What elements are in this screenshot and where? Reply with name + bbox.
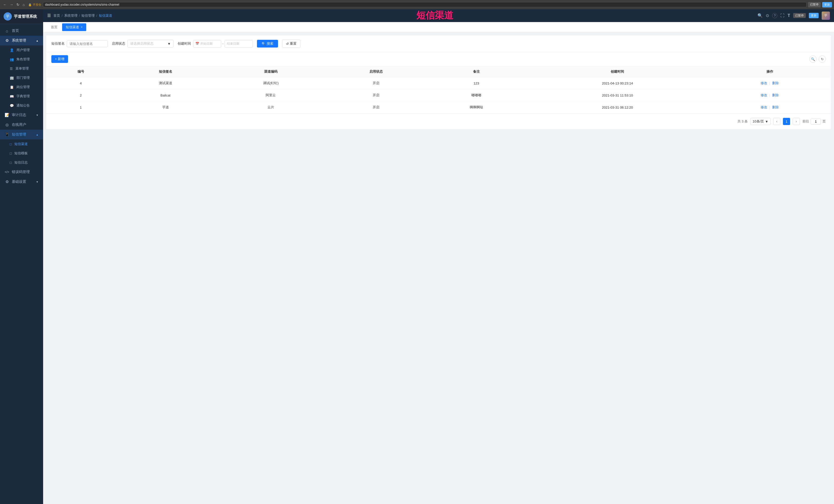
sms-icon: 📱 <box>5 132 9 137</box>
sidebar-item-sms[interactable]: 📱 短信管理 ▲ <box>0 130 43 139</box>
sidebar-label-home: 首页 <box>12 28 19 33</box>
sidebar-item-error-code[interactable]: </> 错误码管理 <box>0 167 43 177</box>
avatar[interactable]: 芋 <box>822 12 830 20</box>
update-button[interactable]: 更新 <box>822 2 832 7</box>
fullscreen-icon[interactable]: ⛶ <box>780 13 785 18</box>
sidebar-item-dictionary[interactable]: 📖 字典管理 <box>0 92 43 101</box>
tab-sms-channel-label: 短信渠道 <box>66 25 79 29</box>
security-warning: 🔒 不安全 <box>28 3 41 7</box>
breadcrumb-sep3: / <box>96 14 97 18</box>
sms-template-icon: □ <box>10 152 12 155</box>
sidebar-item-menus[interactable]: ☰ 菜单管理 <box>0 64 43 73</box>
search-bar: 短信签名 启用状态 请选择启用状态 ▼ 创建时间 <box>46 36 831 52</box>
delete-btn-3[interactable]: 删除 <box>772 105 779 109</box>
date-start[interactable]: 📅 开始日期 <box>193 40 221 47</box>
sidebar-item-sms-template[interactable]: □ 短信模板 <box>0 149 43 158</box>
tab-sms-channel[interactable]: 短信渠道 ✕ <box>62 23 86 31</box>
add-button[interactable]: + 新增 <box>51 55 68 63</box>
user-icon: 👤 <box>10 48 14 52</box>
tab-close-icon[interactable]: ✕ <box>81 26 83 28</box>
date-start-placeholder: 开始日期 <box>200 42 213 46</box>
cell-created-3: 2021-03-31 06:12:20 <box>526 102 708 113</box>
back-button[interactable]: ← <box>2 2 8 7</box>
page-content: 首页 短信渠道 ✕ 短信签名 启用状态 请选择启 <box>43 22 834 504</box>
sidebar-item-roles[interactable]: 👥 角色管理 <box>0 55 43 64</box>
sidebar-item-sms-log[interactable]: □ 短信日志 <box>0 158 43 167</box>
next-page-button[interactable]: › <box>793 118 800 125</box>
top-navbar: ☰ 首页 / 系统管理 / 短信管理 / 短信渠道 短信渠道 🔍 ⊙ ? ⛶ T… <box>43 9 834 22</box>
cell-remark-3: 啊啊啊哒 <box>426 102 526 113</box>
goto-input[interactable] <box>811 118 821 125</box>
select-status[interactable]: 请选择启用状态 ▼ <box>127 40 174 47</box>
table-search-icon[interactable]: 🔍 <box>809 56 816 63</box>
refresh-button[interactable]: ↻ <box>16 2 21 7</box>
breadcrumb-sms[interactable]: 短信管理 <box>81 13 95 18</box>
col-name: 短信签名 <box>115 66 215 77</box>
sidebar-menu: ⌂ 首页 ⚙ 系统管理 ▲ 👤 用户管理 👥 角色管理 ☰ 菜单管理 <box>0 24 43 504</box>
home-button[interactable]: ⌂ <box>22 2 26 7</box>
refresh-icon[interactable]: ↻ <box>818 56 826 63</box>
role-icon: 👥 <box>10 58 14 61</box>
page-number-1[interactable]: 1 <box>783 118 790 125</box>
cell-channel-1: 调试(钉钉) <box>216 77 326 89</box>
help-icon[interactable]: ? <box>772 13 777 18</box>
search-icon[interactable]: 🔍 <box>758 13 763 18</box>
github-icon[interactable]: ⊙ <box>766 13 769 18</box>
font-icon[interactable]: T <box>788 13 790 18</box>
cell-id-3: 1 <box>46 102 115 113</box>
browser-navigation[interactable]: ← → ↻ ⌂ <box>2 2 26 7</box>
breadcrumb-system[interactable]: 系统管理 <box>64 13 78 18</box>
input-sms-name[interactable] <box>67 40 108 47</box>
prev-page-button[interactable]: ‹ <box>773 118 780 125</box>
reset-button[interactable]: ↺ 重置 <box>282 40 300 48</box>
sidebar-item-online[interactable]: ◎ 在线用户 <box>0 120 43 130</box>
sidebar-item-departments[interactable]: 🏢 部门管理 <box>0 73 43 82</box>
tab-home[interactable]: 首页 <box>47 23 61 31</box>
select-dropdown-icon: ▼ <box>167 42 171 46</box>
sidebar-item-sms-channel[interactable]: □ 短信渠道 <box>0 139 43 149</box>
browser-url-bar[interactable] <box>43 2 807 7</box>
page-title: 短信渠道 <box>115 9 755 22</box>
edit-btn-3[interactable]: 修改 <box>761 105 767 109</box>
date-end[interactable]: 结束日期 <box>225 40 253 47</box>
forward-button[interactable]: → <box>9 2 14 7</box>
sidebar-item-basic[interactable]: ⚙ 基础设置 ▼ <box>0 177 43 187</box>
per-page-selector[interactable]: 10条/页 ▼ <box>750 118 771 125</box>
cell-name-3: 芋道 <box>115 102 215 113</box>
breadcrumb-sep2: / <box>79 14 80 18</box>
sidebar-item-audit[interactable]: 📝 审计日志 ▼ <box>0 110 43 120</box>
sidebar-label-sms-template: 短信模板 <box>14 151 28 156</box>
inner-page: 短信签名 启用状态 请选择启用状态 ▼ 创建时间 <box>46 36 831 129</box>
sidebar-item-notice[interactable]: 💬 通知公告 <box>0 101 43 110</box>
sidebar-item-users[interactable]: 👤 用户管理 <box>0 45 43 55</box>
cell-remark-1: 123 <box>426 77 526 89</box>
basic-icon: ⚙ <box>5 179 9 184</box>
hamburger-icon[interactable]: ☰ <box>47 13 51 18</box>
toolbar: + 新增 🔍 ↻ <box>46 52 831 66</box>
edit-btn-2[interactable]: 修改 <box>761 93 767 97</box>
sidebar-item-home[interactable]: ⌂ 首页 <box>0 26 43 36</box>
table-row: 4 测试渠道 调试(钉钉) 开启 123 2021-04-13 00:23:14… <box>46 77 831 89</box>
stopped-badge[interactable]: 已暂停 <box>808 2 821 7</box>
delete-btn-1[interactable]: 删除 <box>772 81 779 85</box>
sidebar-item-system[interactable]: ⚙ 系统管理 ▲ <box>0 36 43 45</box>
search-field-status: 启用状态 请选择启用状态 ▼ <box>112 40 174 47</box>
search-button[interactable]: 🔍 搜索 <box>257 40 278 47</box>
per-page-label: 10条/页 <box>753 119 764 124</box>
search-btn-icon: 🔍 <box>262 42 266 46</box>
notice-icon: 💬 <box>10 104 14 108</box>
delete-btn-2[interactable]: 删除 <box>772 93 779 97</box>
reset-btn-label: 重置 <box>290 41 297 46</box>
dept-icon: 🏢 <box>10 76 14 80</box>
cell-name-1: 测试渠道 <box>115 77 215 89</box>
edit-btn-1[interactable]: 修改 <box>761 81 767 85</box>
cell-name-2: Ballcat <box>115 89 215 102</box>
sidebar-label-sms-channel: 短信渠道 <box>14 142 28 146</box>
update-button[interactable]: 更新 <box>809 13 818 18</box>
chevron-down-icon: ▼ <box>36 180 39 183</box>
breadcrumb-home[interactable]: 首页 <box>53 13 60 18</box>
data-table: 编号 短信签名 渠道编码 启用状态 备注 创建时间 操作 4 <box>46 66 831 113</box>
label-sms-name: 短信签名 <box>51 41 65 46</box>
sidebar-item-positions[interactable]: 📋 岗位管理 <box>0 82 43 92</box>
stopped-label[interactable]: 已暂停 <box>793 13 806 18</box>
